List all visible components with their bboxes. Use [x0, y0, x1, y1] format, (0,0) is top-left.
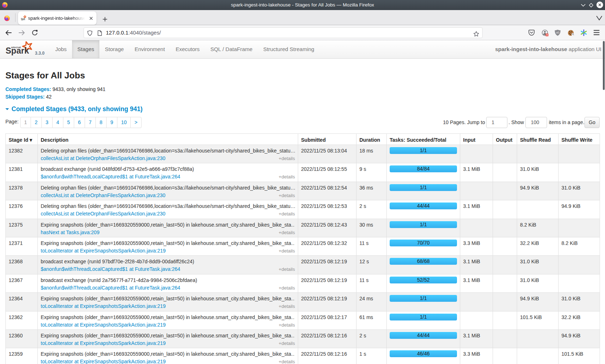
svg-text:uO: uO	[556, 31, 559, 34]
svg-text:Spark: Spark	[6, 46, 30, 55]
svg-text:Spark: Spark	[21, 17, 25, 21]
